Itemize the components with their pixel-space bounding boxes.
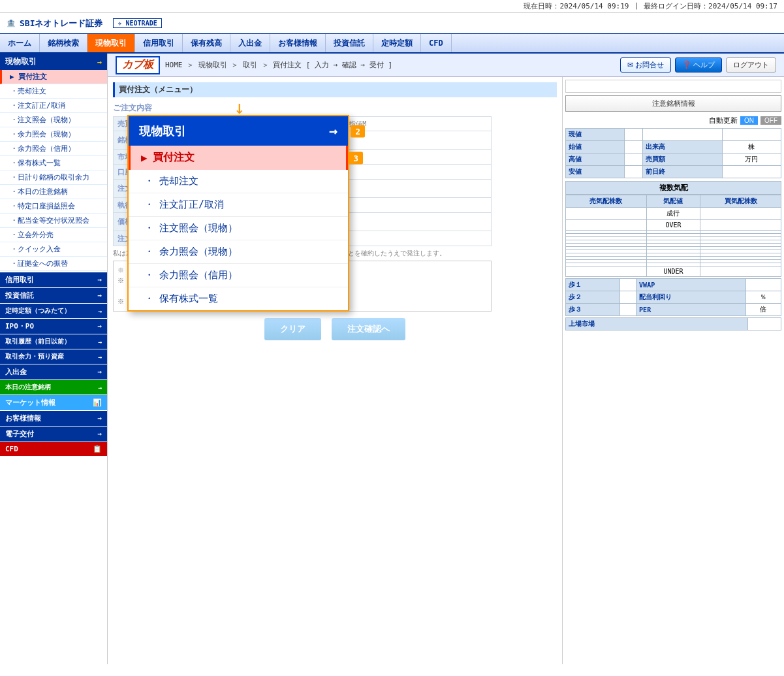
sidebar-section-denshi[interactable]: 電子交付→ <box>0 427 107 442</box>
sidebar-section-ipo[interactable]: IPO・PO→ <box>0 319 107 334</box>
nav-customer[interactable]: お客様情報 <box>270 34 326 52</box>
clear-button[interactable]: クリア <box>264 318 321 340</box>
ayumi-table: 歩１ VWAP 歩２ 配当利回り ％ 歩３ PER <box>565 278 781 316</box>
sidebar-section-market[interactable]: マーケット情報📊 <box>0 395 107 410</box>
fukusu-header: 複数気配 <box>565 181 781 195</box>
sidebar-section-genbutsu[interactable]: 現物取引 → <box>0 54 107 70</box>
help-button[interactable]: ❓ ヘルプ <box>675 57 722 72</box>
fukusu-table: 売気配株数 気配値 買気配株数 成行 OVER <box>565 195 781 277</box>
dropdown-arrow-icon: → <box>329 123 337 139</box>
sidebar-item-quick[interactable]: ・クイック入金 <box>0 242 107 257</box>
sidebar-item-yoryoku-shin[interactable]: ・余力照会（信用） <box>0 142 107 156</box>
dropdown-item-sell[interactable]: ・ 売却注文 <box>129 170 348 193</box>
fukusu-section: 複数気配 売気配株数 気配値 買気配株数 成行 <box>565 181 781 277</box>
auto-update-on[interactable]: ON <box>740 116 758 125</box>
nav-holdings[interactable]: 保有残高 <box>183 34 230 52</box>
right-top-empty <box>565 80 781 93</box>
dropdown-item-yoryoku-shin[interactable]: ・ 余力照会（信用） <box>129 264 348 287</box>
sidebar-item-buy[interactable]: ▶ 買付注文 <box>0 70 107 84</box>
badge-3: 3 <box>349 152 363 164</box>
dropdown-arrow-indicator: → <box>230 103 251 114</box>
bullet-icon: ・ <box>144 269 154 282</box>
datetime-label: 現在日時：2024/05/14 09:19 <box>524 1 629 11</box>
taka-label: 高値 <box>566 153 625 166</box>
nav-cfd[interactable]: CFD <box>421 34 452 52</box>
yasu-label: 安値 <box>566 166 625 178</box>
nav-search[interactable]: 銘柄検索 <box>40 34 87 52</box>
dropdown-item-yoryoku-gen[interactable]: ・ 余力照会（現物） <box>129 240 348 264</box>
contact-button[interactable]: ✉ お問合せ <box>620 57 671 72</box>
auto-update-section: 自動更新 ON OFF <box>565 116 781 125</box>
sidebar-section-teiji[interactable]: 定時定額（つみたて）→ <box>0 304 107 318</box>
sidebar-section-toshi[interactable]: 投資信託→ <box>0 288 107 303</box>
price-info-table: 現値 始値 出来高 株 高値 売買額 <box>565 128 781 178</box>
logout-button[interactable]: ログアウト <box>726 57 776 72</box>
dropdown-active-item[interactable]: ▶ 買付注文 3 <box>129 146 348 170</box>
sidebar-section-nyushukkin[interactable]: 入出金→ <box>0 364 107 379</box>
dropdown-item-inquiry[interactable]: ・ 注文照会（現物） <box>129 217 348 240</box>
sidebar-section-okyakusama[interactable]: お客様情報→ <box>0 411 107 426</box>
sidebar: 現物取引 → ▶ 買付注文 ・売却注文 ・注文訂正/取消 ・注文照会（現物） ・… <box>0 54 108 664</box>
dropdown-overlay: 現物取引 → 2 ▶ 買付注文 3 ・ 売却注文 <box>127 115 349 312</box>
sidebar-item-tokutei[interactable]: ・特定口座損益照会 <box>0 199 107 214</box>
sidebar-item-amend[interactable]: ・注文訂正/取消 <box>0 99 107 113</box>
kabu-logo: カブ板 <box>116 56 160 74</box>
sidebar-section-chuui-main[interactable]: 本日の注意銘柄→ <box>0 380 107 394</box>
breadcrumb: HOME ＞ 現物取引 ＞ 取引 ＞ 買付注文 [ 入力 → 確認 → 受付 ] <box>165 60 392 70</box>
dropdown-header[interactable]: 現物取引 → 2 <box>129 116 348 146</box>
caution-button[interactable]: 注意銘柄情報 <box>565 95 781 112</box>
sidebar-item-hizuke[interactable]: ・日計り銘柄の取引余力 <box>0 170 107 185</box>
last-login-label: 最終ログイン日時：2024/05/14 09:17 <box>644 1 777 11</box>
sidebar-section-torihiki[interactable]: 取引履歴（前日以前）→ <box>0 334 107 349</box>
genge-label: 現値 <box>566 129 625 141</box>
sidebar-item-yoryoku-gen[interactable]: ・余力照会（現物） <box>0 127 107 142</box>
main-nav: ホーム 銘柄検索 現物取引 信用取引 保有残高 入出金 お客様情報 投資信託 定… <box>0 34 784 54</box>
sidebar-item-inquiry[interactable]: ・注文照会（現物） <box>0 113 107 127</box>
bullet-icon: ・ <box>144 222 154 234</box>
dropdown-active-bullet: ▶ <box>141 152 148 164</box>
page-title: 買付注文（メニュー） <box>113 82 557 97</box>
bullet-icon: ・ <box>144 293 154 305</box>
order-content-title: ご注文内容 <box>113 103 557 114</box>
nav-toshi[interactable]: 投資信託 <box>326 34 373 52</box>
bullet-icon: ・ <box>144 199 154 211</box>
neotrade-badge: ✈ NEOTRADE <box>113 18 161 28</box>
nav-genbutsu[interactable]: 現物取引 <box>87 34 135 52</box>
brand-logo: 🏦 SBIネオトレード証券 <box>7 18 102 29</box>
right-panel: 注意銘柄情報 自動更新 ON OFF 現値 始値 <box>562 77 784 664</box>
nav-deposits[interactable]: 入出金 <box>230 34 270 52</box>
sidebar-item-sell[interactable]: ・売却注文 <box>0 84 107 99</box>
sidebar-section-cfd[interactable]: CFD📋 <box>0 442 107 456</box>
bullet-icon: ・ <box>144 246 154 258</box>
nav-teiji[interactable]: 定時定額 <box>373 34 421 52</box>
auto-update-label: 自動更新 <box>709 116 738 125</box>
auto-update-off[interactable]: OFF <box>760 116 781 125</box>
hajime-label: 始値 <box>566 141 625 153</box>
sidebar-item-holdings[interactable]: ・保有株式一覧 <box>0 156 107 170</box>
sidebar-section-shinyou[interactable]: 信用取引→ <box>0 272 107 287</box>
sidebar-item-tachiai[interactable]: ・立会外分売 <box>0 228 107 242</box>
sidebar-item-haito[interactable]: ・配当金等交付状況照会 <box>0 214 107 228</box>
badge-2: 2 <box>351 125 365 137</box>
nav-home[interactable]: ホーム <box>0 34 40 52</box>
confirm-button[interactable]: 注文確認へ <box>332 318 405 340</box>
sidebar-item-chuui[interactable]: ・本日の注意銘柄 <box>0 185 107 199</box>
jojo-table: 上場市場 <box>565 317 781 330</box>
dropdown-item-holdings[interactable]: ・ 保有株式一覧 <box>129 287 348 310</box>
dropdown-item-amend[interactable]: ・ 注文訂正/取消 <box>129 193 348 217</box>
bullet-icon: ・ <box>144 175 154 187</box>
nav-shinyou[interactable]: 信用取引 <box>135 34 183 52</box>
sidebar-item-hosho[interactable]: ・証拠金への振替 <box>0 257 107 271</box>
sidebar-section-yoryoku[interactable]: 取引余力・預り資産→ <box>0 349 107 364</box>
